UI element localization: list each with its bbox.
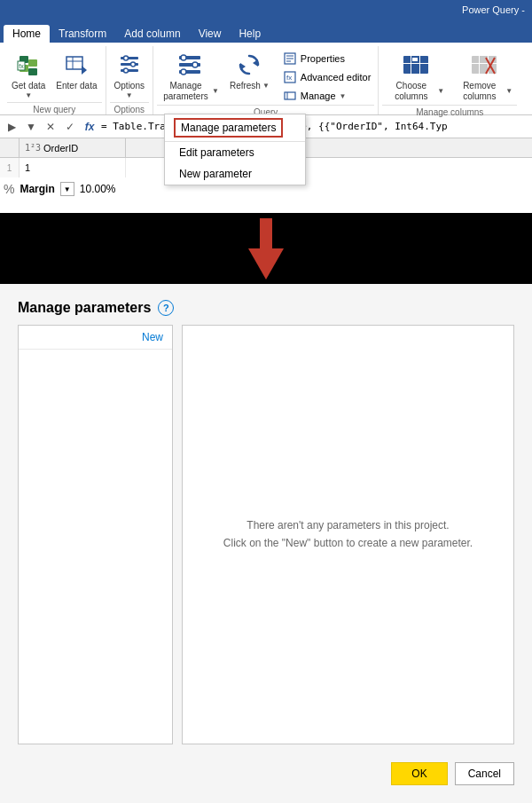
- title-bar: Power Query -: [0, 0, 532, 20]
- options-label: Options: [114, 81, 145, 91]
- manage-columns-group-label: Manage columns: [382, 105, 517, 117]
- enter-data-icon: [62, 51, 90, 79]
- dialog-footer: OK Cancel: [0, 753, 532, 803]
- svg-point-14: [130, 62, 135, 67]
- advanced-editor-label: Advanced editor: [301, 72, 372, 83]
- svg-rect-6: [66, 57, 82, 69]
- svg-point-19: [181, 55, 186, 60]
- confirm-formula-btn[interactable]: ✓: [62, 119, 78, 135]
- manage-icon: [283, 89, 297, 103]
- svg-marker-23: [240, 63, 246, 70]
- svg-rect-38: [479, 56, 480, 74]
- remove-columns-arrow: ▼: [505, 87, 512, 95]
- cancel-button[interactable]: Cancel: [455, 762, 514, 785]
- dropdown-menu: Manage parameters Edit parameters New pa…: [164, 114, 306, 185]
- svg-point-21: [181, 69, 186, 75]
- options-button[interactable]: Options ▼: [110, 48, 149, 102]
- svg-point-15: [123, 68, 128, 73]
- cancel-formula-btn[interactable]: ✕: [43, 119, 59, 135]
- svg-rect-1: [28, 59, 37, 67]
- dropdown-manage-params[interactable]: Manage parameters: [174, 118, 283, 138]
- svg-point-20: [192, 62, 198, 67]
- svg-rect-35: [403, 63, 428, 64]
- remove-columns-label: Remove columns: [455, 81, 504, 102]
- options-arrow: ▼: [126, 91, 133, 99]
- column-header[interactable]: 1²3 OrderID: [20, 138, 126, 157]
- column-type-badge: 1²3: [25, 143, 41, 153]
- ribbon-section: Power Query - Home Transform Add column …: [0, 0, 532, 213]
- fx-btn[interactable]: fx: [82, 119, 98, 135]
- new-query-group-label: New query: [7, 102, 102, 114]
- param-list-panel: New: [18, 325, 173, 744]
- choose-columns-arrow: ▼: [437, 87, 444, 95]
- remove-columns-icon: [470, 51, 498, 79]
- svg-point-13: [123, 56, 128, 60]
- collapse-btn[interactable]: ▶: [4, 119, 20, 135]
- tab-view[interactable]: View: [190, 25, 231, 43]
- percent-icon: %: [4, 182, 14, 196]
- get-data-icon: fx: [14, 51, 43, 79]
- options-icon: [115, 51, 144, 79]
- arrow-stem: [260, 218, 272, 248]
- manage-parameters-label: Manage parameters: [161, 81, 210, 102]
- tab-bar: Home Transform Add column View Help: [0, 20, 532, 43]
- tab-home[interactable]: Home: [4, 25, 50, 43]
- refresh-button[interactable]: Refresh ▼: [225, 48, 274, 94]
- options-group-label: Options: [110, 102, 149, 114]
- choose-columns-icon: [402, 51, 430, 79]
- refresh-icon: [235, 51, 263, 79]
- margin-dropdown-arrow: ▼: [64, 185, 71, 193]
- help-icon[interactable]: ?: [158, 300, 174, 316]
- column-name: OrderID: [43, 143, 78, 154]
- manage-dropdown-arrow: ▼: [340, 92, 347, 100]
- ribbon: fx Get data ▼ Enter: [0, 43, 532, 115]
- svg-rect-36: [412, 58, 418, 61]
- row-number: 1: [7, 163, 12, 173]
- choose-columns-label: Choose columns: [387, 81, 435, 102]
- new-link[interactable]: New: [19, 326, 172, 350]
- manage-parameters-button[interactable]: Manage parameters ▼: [157, 48, 223, 105]
- empty-state-line1: There aren't any parameters in this proj…: [223, 517, 473, 534]
- properties-icon: [283, 51, 297, 66]
- advanced-editor-button[interactable]: fx Advanced editor: [279, 68, 375, 86]
- svg-marker-22: [253, 59, 258, 67]
- enter-data-label: Enter data: [56, 81, 97, 91]
- manage-parameters-icon: [176, 51, 204, 79]
- svg-text:fx: fx: [286, 74, 292, 82]
- get-data-label: Get data: [12, 81, 45, 91]
- data-cell-1: 1: [20, 158, 126, 177]
- svg-rect-3: [28, 68, 37, 75]
- ok-button[interactable]: OK: [391, 762, 447, 785]
- remove-columns-button[interactable]: Remove columns ▼: [450, 48, 517, 105]
- svg-rect-34: [419, 56, 420, 74]
- dialog-section: Manage parameters ? New There aren't any…: [0, 284, 532, 803]
- margin-dropdown-btn[interactable]: ▼: [60, 182, 74, 196]
- tab-add-column[interactable]: Add column: [115, 25, 189, 43]
- tab-help[interactable]: Help: [230, 25, 270, 43]
- expand-btn[interactable]: ▼: [23, 119, 39, 135]
- dropdown-new-param[interactable]: New parameter: [165, 163, 305, 185]
- choose-columns-button[interactable]: Choose columns ▼: [382, 48, 449, 105]
- properties-button[interactable]: Properties: [279, 50, 375, 67]
- manage-parameters-arrow: ▼: [212, 87, 219, 95]
- svg-rect-33: [411, 56, 411, 74]
- manage-button[interactable]: Manage ▼: [279, 87, 375, 105]
- param-list-empty: [19, 350, 172, 744]
- refresh-label: Refresh: [230, 81, 261, 91]
- svg-marker-9: [82, 66, 87, 75]
- margin-value: 10.00%: [80, 183, 116, 195]
- margin-label: Margin: [20, 183, 54, 195]
- dialog-title: Manage parameters: [18, 300, 151, 316]
- enter-data-button[interactable]: Enter data: [51, 48, 101, 94]
- dialog-title-bar: Manage parameters ?: [0, 284, 532, 325]
- refresh-arrow: ▼: [262, 82, 270, 90]
- title-bar-text: Power Query -: [462, 4, 525, 15]
- arrow-section: [0, 213, 532, 284]
- tab-transform[interactable]: Transform: [50, 25, 115, 43]
- dropdown-edit-params[interactable]: Edit parameters: [165, 142, 305, 163]
- get-data-button[interactable]: fx Get data ▼: [7, 48, 50, 102]
- svg-rect-40: [472, 63, 497, 64]
- param-detail-panel: There aren't any parameters in this proj…: [182, 325, 514, 744]
- get-data-arrow: ▼: [25, 91, 32, 99]
- advanced-editor-icon: fx: [283, 70, 297, 84]
